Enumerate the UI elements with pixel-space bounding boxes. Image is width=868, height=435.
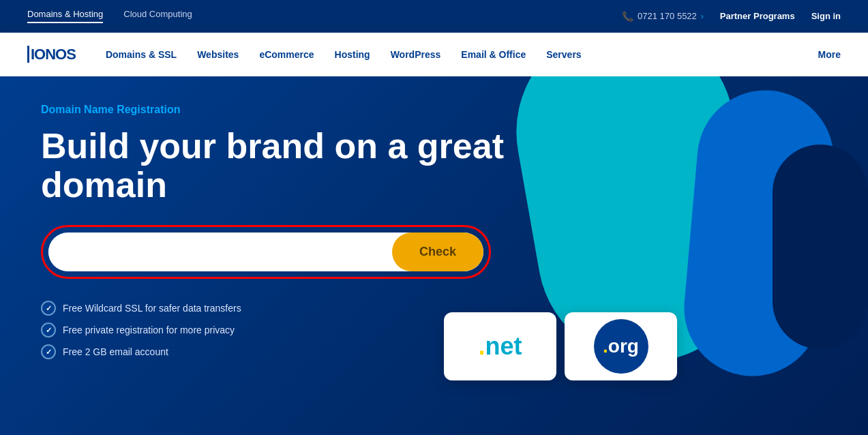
phone-number: 0721 170 5522 bbox=[638, 11, 697, 21]
feature-text-2: Free private registration for more priva… bbox=[63, 325, 235, 335]
sign-in-link[interactable]: Sign in bbox=[811, 11, 841, 21]
nav-ecommerce[interactable]: eCommerce bbox=[251, 44, 322, 65]
feature-item-1: Free Wildcard SSL for safer data transfe… bbox=[41, 301, 532, 316]
feature-text-1: Free Wildcard SSL for safer data transfe… bbox=[63, 303, 241, 314]
chevron-icon: › bbox=[701, 12, 704, 21]
nav-hosting[interactable]: Hosting bbox=[327, 44, 378, 65]
partner-programs-link[interactable]: Partner Programs bbox=[720, 11, 795, 21]
phone-area: 📞 0721 170 5522 › bbox=[622, 11, 704, 22]
hero-section: .net .org Domain Name Registration Build… bbox=[0, 76, 868, 435]
logo-text: IONOS bbox=[27, 46, 76, 63]
check-button[interactable]: Check bbox=[392, 232, 483, 271]
headline-line1: Build your brand on a great bbox=[41, 126, 504, 166]
feature-item-3: Free 2 GB email account bbox=[41, 344, 532, 359]
headline-line2: domain bbox=[41, 165, 167, 205]
top-bar-nav: Domains & Hosting Cloud Computing bbox=[27, 9, 192, 23]
hero-headline: Build your brand on a great domain bbox=[41, 127, 532, 205]
feature-text-3: Free 2 GB email account bbox=[63, 346, 168, 357]
hero-content: Domain Name Registration Build your bran… bbox=[41, 104, 532, 359]
features-list: Free Wildcard SSL for safer data transfe… bbox=[41, 301, 532, 359]
logo[interactable]: IONOS bbox=[27, 46, 76, 63]
topbar-domains-hosting[interactable]: Domains & Hosting bbox=[27, 9, 103, 23]
domain-badge-org: .org bbox=[565, 312, 677, 380]
topbar-cloud-computing[interactable]: Cloud Computing bbox=[123, 9, 192, 23]
nav-servers[interactable]: Servers bbox=[538, 44, 589, 65]
nav-wordpress[interactable]: WordPress bbox=[383, 44, 449, 65]
search-inner: Check bbox=[48, 232, 483, 271]
nav-email-office[interactable]: Email & Office bbox=[453, 44, 534, 65]
deco-shape-dark bbox=[773, 145, 868, 349]
search-container: Check bbox=[41, 225, 491, 279]
org-circle: .org bbox=[594, 319, 648, 374]
hero-subtitle: Domain Name Registration bbox=[41, 104, 532, 116]
top-bar: Domains & Hosting Cloud Computing 📞 0721… bbox=[0, 0, 868, 33]
nav-websites[interactable]: Websites bbox=[189, 44, 247, 65]
check-icon-3 bbox=[41, 344, 56, 359]
nav-links: Domains & SSL Websites eCommerce Hosting… bbox=[98, 44, 818, 65]
check-icon-2 bbox=[41, 322, 56, 338]
domain-search-input[interactable] bbox=[48, 234, 392, 271]
more-button[interactable]: More bbox=[818, 49, 841, 60]
main-nav: IONOS Domains & SSL Websites eCommerce H… bbox=[0, 33, 868, 76]
feature-item-2: Free private registration for more priva… bbox=[41, 322, 532, 338]
phone-icon: 📞 bbox=[622, 11, 633, 22]
top-bar-right: 📞 0721 170 5522 › Partner Programs Sign … bbox=[622, 11, 841, 22]
nav-domains-ssl[interactable]: Domains & SSL bbox=[98, 44, 185, 65]
check-icon-1 bbox=[41, 301, 56, 316]
org-circle-text: .org bbox=[603, 335, 639, 357]
